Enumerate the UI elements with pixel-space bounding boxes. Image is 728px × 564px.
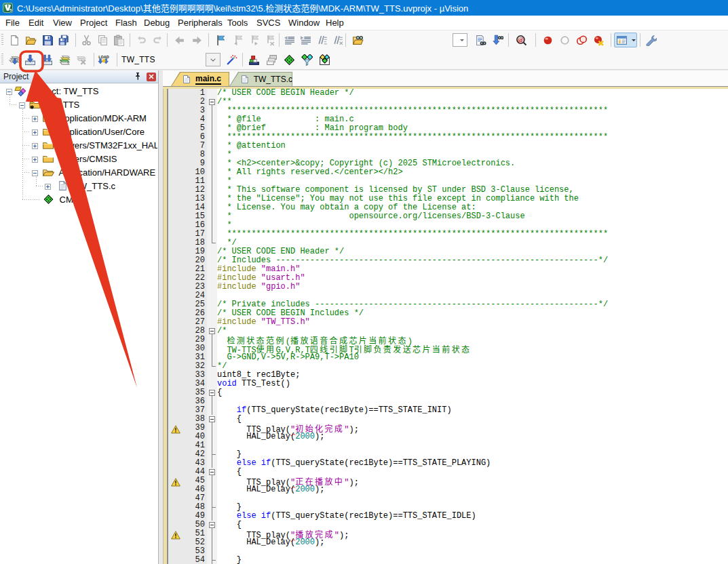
graphic	[9, 35, 20, 46]
menu-svcs[interactable]: SVCS	[256, 18, 280, 28]
navigate-forward-icon[interactable]	[189, 33, 204, 47]
uncomment-icon[interactable]	[330, 33, 345, 47]
undo-icon[interactable]	[134, 33, 149, 47]
disable-all-breakpoints-icon[interactable]	[574, 33, 589, 47]
tree-item-tw-tts[interactable]: ✱TW_TTS	[0, 98, 157, 112]
translate-icon[interactable]	[6, 52, 21, 67]
collapse-icon[interactable]	[32, 170, 38, 176]
find-text-combo[interactable]	[453, 33, 467, 47]
fold-marker-box[interactable]	[207, 327, 217, 336]
menu-debug[interactable]: Debug	[144, 18, 170, 28]
find-in-files-icon[interactable]	[350, 33, 365, 47]
c: * opensource.org/licenses/BSD-3-Clause	[217, 212, 525, 221]
indent-icon[interactable]	[298, 33, 313, 47]
outdent-icon[interactable]	[282, 33, 296, 47]
clear-bookmarks-icon[interactable]	[263, 33, 277, 47]
target-select[interactable]: TW_TTS	[121, 52, 155, 67]
software-packs-filter-icon[interactable]	[299, 52, 314, 67]
menu-view[interactable]: View	[53, 18, 72, 28]
menu-flash[interactable]: Flash	[115, 18, 137, 28]
select-software-packs-icon[interactable]	[282, 52, 296, 67]
code-editor[interactable]: 1234567891011121314151617181920212223242…	[163, 89, 728, 564]
pin-icon[interactable]	[134, 70, 141, 83]
find-icon[interactable]: @	[514, 33, 529, 47]
collapse-icon[interactable]	[6, 89, 12, 95]
window-list-icon[interactable]	[614, 33, 637, 47]
menu-peripherals[interactable]: Peripherals	[178, 18, 223, 28]
tree-item-application-mdk-arm[interactable]: Application/MDK-ARM	[0, 112, 157, 125]
navigate-back-icon[interactable]	[172, 33, 187, 47]
warning-icon	[171, 477, 180, 486]
vl	[212, 159, 212, 168]
comment-icon[interactable]	[314, 33, 329, 47]
options-for-target-icon[interactable]	[224, 52, 239, 67]
insert-bookmark-icon[interactable]	[213, 33, 228, 47]
code-line-31: G->GND,V->5V,R->PA9,T->PA10	[217, 353, 728, 362]
fold-marker-box[interactable]	[207, 468, 217, 477]
expand-icon[interactable]	[32, 143, 38, 149]
save-icon[interactable]	[40, 33, 55, 47]
build-icon[interactable]	[22, 52, 37, 67]
expand-icon[interactable]	[32, 129, 38, 136]
expand-icon[interactable]	[32, 116, 38, 122]
next-bookmark-icon[interactable]	[246, 33, 261, 47]
open-file-icon[interactable]	[23, 33, 38, 47]
tree-item-drivers-stm32f1xx-hal-driver[interactable]: Drivers/STM32F1xx_HAL_Driver	[0, 139, 157, 153]
kill-all-breakpoints-icon[interactable]	[591, 33, 606, 47]
document-icon	[241, 75, 249, 84]
incremental-find-icon[interactable]	[490, 33, 505, 47]
menu-edit[interactable]: Edit	[28, 18, 43, 28]
copy-icon[interactable]	[95, 33, 110, 47]
enable-breakpoint-icon[interactable]	[557, 33, 572, 47]
code-text[interactable]: /* USER CODE BEGIN Header *//** ********…	[217, 89, 728, 564]
folder-icon	[42, 113, 54, 126]
menu-tools[interactable]: Tools	[227, 18, 248, 28]
tree-item-cmsis[interactable]: CMSIS	[0, 193, 157, 207]
collapse-icon[interactable]	[19, 102, 25, 108]
editor-tab-TW-TTS-c[interactable]: TW_TTS.c	[229, 72, 292, 86]
p: #include	[217, 273, 261, 283]
tree-item-application-user-core[interactable]: Application/User/Core	[0, 125, 157, 139]
save-all-icon[interactable]	[56, 33, 71, 47]
target-select-arrow[interactable]	[206, 53, 221, 66]
menu-file[interactable]: File	[5, 18, 20, 28]
project-panel-header: Project	[0, 70, 158, 83]
previous-bookmark-icon[interactable]	[230, 33, 245, 47]
insert-breakpoint-icon[interactable]	[540, 33, 555, 47]
close-panel-button[interactable]	[147, 73, 156, 81]
menu-window[interactable]: Window	[288, 18, 320, 28]
tree-item-tw-tts-c[interactable]: TW_TTS.c	[0, 180, 157, 193]
menu-help[interactable]: Help	[326, 18, 344, 28]
tree-item-project-tw-tts[interactable]: Project: TW_TTS	[0, 85, 157, 98]
batch-build-icon[interactable]	[57, 52, 72, 67]
redo-icon[interactable]	[150, 33, 165, 47]
fold-marker-box[interactable]	[207, 98, 217, 106]
expand-icon[interactable]	[32, 157, 38, 163]
configuration-icon[interactable]	[643, 33, 658, 47]
manage-rte-icon[interactable]	[246, 52, 261, 67]
fold-marker-box[interactable]	[207, 388, 217, 397]
graphic	[301, 54, 313, 66]
toolbar-separator	[94, 53, 94, 66]
vl	[212, 529, 212, 538]
cut-icon[interactable]	[79, 33, 94, 47]
fold-margin[interactable]	[207, 89, 217, 564]
rebuild-icon[interactable]	[39, 52, 54, 67]
fold-marker-box[interactable]	[207, 415, 217, 424]
toolbar-separator	[242, 53, 243, 66]
stop-build-icon[interactable]	[74, 52, 89, 67]
find-next-misc-icon[interactable]	[473, 33, 488, 47]
fold-marker-box[interactable]	[207, 521, 217, 529]
pack-installer-icon[interactable]	[317, 52, 332, 67]
editor-tab-main-c[interactable]: main.c	[171, 72, 229, 86]
menu-project[interactable]: Project	[80, 18, 107, 28]
p: #include	[217, 282, 261, 291]
download-icon[interactable]: LOAD	[96, 52, 111, 67]
new-file-icon[interactable]	[7, 33, 22, 47]
tcont: TW_TTS.c	[229, 72, 292, 86]
paste-icon[interactable]	[111, 33, 126, 47]
tree-item-drivers-cmsis[interactable]: Drivers/CMSIS	[0, 153, 157, 166]
expand-icon[interactable]	[45, 184, 51, 190]
manage-project-items-icon[interactable]	[264, 52, 279, 67]
tree-item-application-hardware[interactable]: Application/HARDWARE	[0, 166, 157, 180]
